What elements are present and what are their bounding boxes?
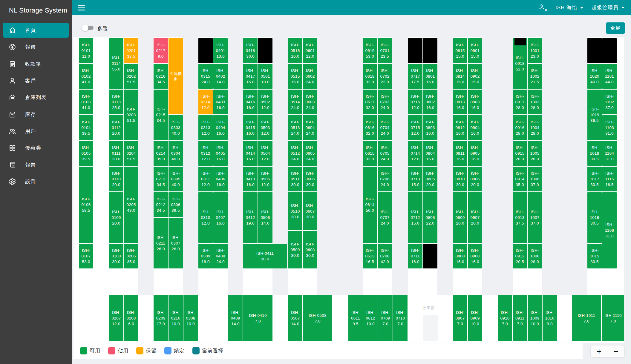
storage-unit-ISH-0811[interactable]: ISH-081116.0 — [453, 141, 467, 166]
storage-unit-ISH-0918[interactable]: ISH-091852.0 — [513, 38, 527, 89]
storage-unit-ISH-0508[interactable]: ISH-05087.0 — [303, 295, 332, 341]
storage-unit-ISH-0707[interactable]: ISH-070724.0 — [378, 192, 392, 243]
storage-unit-ISH-0905[interactable]: ISH-090516.0 — [468, 141, 482, 166]
storage-unit-ISH-0510[interactable]: ISH-051030.0 — [288, 192, 302, 230]
storage-unit-ISH-0112[interactable]: ISH-011220.0 — [109, 115, 123, 140]
storage-unit-ISH-0503[interactable]: ISH-050312.0 — [258, 115, 272, 140]
storage-unit-ISH-0410[interactable]: ISH-04107.0 — [243, 295, 272, 341]
storage-unit-ISH-0311[interactable]: ISH-031112.0 — [198, 167, 213, 191]
storage-unit-ISH-0208[interactable]: ISH-02086.0 — [124, 295, 138, 341]
sidebar-item-warehouses[interactable]: 倉庫列表 — [3, 90, 69, 105]
storage-unit-ISH-0202[interactable]: ISH-020251.5 — [124, 64, 138, 89]
storage-unit-ISH-0714[interactable]: ISH-071412.0 — [408, 141, 422, 166]
storage-unit-ISH-1009[interactable]: ISH-100910.0 — [528, 295, 542, 341]
storage-unit-ISH-0307[interactable]: ISH-030726.0 — [169, 218, 183, 268]
storage-unit-ISH-1006[interactable]: ISH-100637.0 — [528, 167, 542, 191]
storage-unit-ISH-0207[interactable]: ISH-020712.0 — [109, 295, 123, 341]
storage-unit-ISH-0314[interactable]: ISH-031412.0 — [198, 90, 213, 114]
storage-unit-ISH-0705[interactable]: ISH-070524.0 — [378, 141, 392, 166]
storage-unit-ISH-0515[interactable]: ISH-051516.0 — [288, 64, 302, 89]
storage-unit-ISH-0514[interactable]: ISH-051424.0 — [288, 90, 302, 114]
storage-unit-ISH-0913[interactable]: ISH-091337.5 — [513, 192, 527, 243]
storage-unit-ISH-0507[interactable]: ISH-050714.0 — [288, 295, 302, 341]
storage-unit-ISH-1019[interactable]: ISH-101936.5 — [587, 90, 602, 140]
storage-unit-ISH-0310[interactable]: ISH-031012.0 — [198, 192, 213, 243]
storage-unit-ISH-1020[interactable]: ISH-102040.0 — [587, 64, 602, 89]
storage-unit-ISH-0509[interactable]: ISH-050930.0 — [288, 231, 302, 268]
storage-unit-ISH-0907[interactable]: ISH-090720.0 — [468, 192, 482, 243]
storage-unit-ISH-0203[interactable]: ISH-020351.5 — [124, 90, 138, 140]
storage-unit-ISH-1001[interactable]: ISH-100123.0 — [528, 38, 542, 63]
storage-unit-ISH-0306[interactable]: ISH-030639.5 — [169, 192, 183, 217]
storage-unit-ISH-0108[interactable]: ISH-010830.0 — [109, 244, 123, 268]
storage-unit-ISH-0105[interactable]: ISH-010539.5 — [79, 141, 93, 166]
storage-unit-ISH-0813[interactable]: ISH-081316.0 — [453, 90, 467, 114]
storage-unit-ISH-0605[interactable]: ISH-060524.0 — [303, 141, 317, 166]
storage-unit-ISH-0807[interactable]: ISH-08077.0 — [453, 295, 467, 341]
storage-unit-ISH-0313[interactable]: ISH-031312.0 — [198, 115, 213, 140]
storage-unit-ISH-0814[interactable]: ISH-081415.0 — [453, 64, 467, 89]
sidebar-item-settings[interactable]: 設置 — [3, 174, 69, 189]
storage-unit-ISH-0114[interactable]: ISH-011456.0 — [109, 38, 123, 89]
storage-unit-ISH-0802[interactable]: ISH-080216.0 — [423, 90, 437, 114]
zoom-out-button[interactable]: − — [611, 348, 621, 356]
storage-unit-ISH-0702[interactable]: ISH-070222.0 — [378, 64, 392, 89]
storage-unit-ISH-0312[interactable]: ISH-031212.0 — [198, 141, 213, 166]
storage-unit-ISH-0413[interactable]: ISH-041316.0 — [243, 167, 258, 191]
storage-unit-ISH-0215[interactable]: ISH-021534.5 — [154, 90, 168, 140]
storage-unit-ISH-0415[interactable]: ISH-041516.0 — [243, 115, 258, 140]
storage-unit-ISH-0803[interactable]: ISH-080316.0 — [423, 115, 437, 140]
storage-unit-ISH-0103[interactable]: ISH-010341.0 — [79, 90, 93, 114]
storage-unit-ISH-0902[interactable]: ISH-090215.0 — [468, 64, 482, 89]
storage-unit-ISH-0501[interactable]: ISH-050118.0 — [258, 64, 272, 89]
storage-unit-ISH-0212[interactable]: ISH-021234.5 — [154, 192, 168, 217]
storage-unit-ISH-0504[interactable]: ISH-050412.0 — [258, 141, 272, 166]
storage-unit-ISH-0715[interactable]: ISH-071512.0 — [408, 115, 422, 140]
storage-unit-ISH-1016[interactable]: ISH-101630.5 — [587, 192, 602, 243]
user-role-menu[interactable]: 超級管理員 — [592, 4, 624, 11]
sidebar-item-home[interactable]: 首頁 — [3, 23, 69, 38]
storage-unit-ISH-0809[interactable]: ISH-080920.0 — [453, 192, 467, 243]
storage-unit-ISH-0910[interactable]: ISH-09107.0 — [498, 295, 512, 341]
multi-select-toggle[interactable] — [83, 26, 94, 30]
storage-unit-ISH-0210[interactable]: ISH-021010.0 — [169, 295, 183, 341]
storage-unit-ISH-0107[interactable]: ISH-010753.0 — [79, 244, 93, 268]
storage-unit-ISH-0617[interactable]: ISH-061732.0 — [363, 90, 377, 114]
storage-unit-ISH-0619[interactable]: ISH-061953.0 — [363, 38, 377, 63]
storage-unit-ISH-0708[interactable]: ISH-070842.0 — [378, 244, 392, 268]
storage-unit-ISH-0701[interactable]: ISH-070123.5 — [378, 38, 392, 63]
storage-unit-ISH-0912[interactable]: ISH-091220.5 — [513, 244, 527, 268]
storage-unit-ISH-0612[interactable]: ISH-061210.0 — [363, 295, 378, 341]
storage-unit-ISH-0703[interactable]: ISH-070324.0 — [378, 90, 392, 114]
sidebar-item-receipts[interactable]: 收款單 — [3, 56, 69, 71]
storage-unit-ISH-0102[interactable]: ISH-010241.0 — [79, 64, 93, 89]
storage-unit-ISH-0613[interactable]: ISH-061316.5 — [363, 244, 377, 268]
sidebar-item-coupons[interactable]: 優惠券 — [3, 140, 69, 155]
storage-unit-ISH-1004[interactable]: ISH-100428.0 — [528, 115, 542, 140]
storage-unit-ISH-0511[interactable]: ISH-051130.0 — [288, 167, 302, 191]
storage-unit-ISH-1018[interactable]: ISH-101830.5 — [587, 141, 602, 166]
sidebar-item-inventory[interactable]: 庫存 — [3, 107, 69, 122]
storage-unit-ISH-0901[interactable]: ISH-090115.0 — [468, 38, 482, 63]
storage-unit-ISH-0914[interactable]: ISH-091435.0 — [513, 167, 527, 191]
storage-unit-ISH-0304[interactable]: ISH-030440.0 — [169, 141, 183, 166]
storage-unit-ISH-0711[interactable]: ISH-071116.0 — [408, 244, 422, 268]
storage-unit-ISH-0414[interactable]: ISH-041416.0 — [243, 141, 258, 166]
storage-unit-ISH-0315[interactable]: ISH-031524.0 — [198, 64, 213, 89]
storage-unit-ISH-0611[interactable]: ISH-06119.5 — [348, 295, 363, 341]
storage-unit-ISH-0407[interactable]: ISH-040716.0 — [213, 192, 228, 243]
storage-unit-ISH-0606[interactable]: ISH-060630.0 — [303, 167, 317, 191]
storage-unit-ISH-0602[interactable]: ISH-060224.0 — [303, 64, 317, 89]
storage-unit-ISH-0502[interactable]: ISH-050212.0 — [258, 90, 272, 114]
storage-unit-ISH-0217[interactable]: ISH-02179.0 — [154, 38, 168, 63]
storage-unit-ISH-1002[interactable]: ISH-100221.5 — [528, 64, 542, 89]
storage-unit-ISH-0211[interactable]: ISH-021126.0 — [154, 218, 168, 268]
storage-unit-ISH-0706[interactable]: ISH-070624.0 — [378, 167, 392, 191]
storage-unit-ISH-0101[interactable]: ISH-010111.0 — [79, 38, 93, 63]
storage-unit-ISH-0403[interactable]: ISH-040316.0 — [213, 90, 228, 114]
storage-unit-ISH-0505[interactable]: ISH-050512.0 — [258, 167, 272, 191]
storage-unit-ISH-0704[interactable]: ISH-070424.0 — [378, 115, 392, 140]
storage-unit-ISH-0418[interactable]: ISH-041830.0 — [243, 38, 258, 63]
sidebar-item-quotes[interactable]: 報價 — [3, 39, 69, 54]
storage-unit-ISH-0506[interactable]: ISH-050614.0 — [258, 192, 272, 243]
